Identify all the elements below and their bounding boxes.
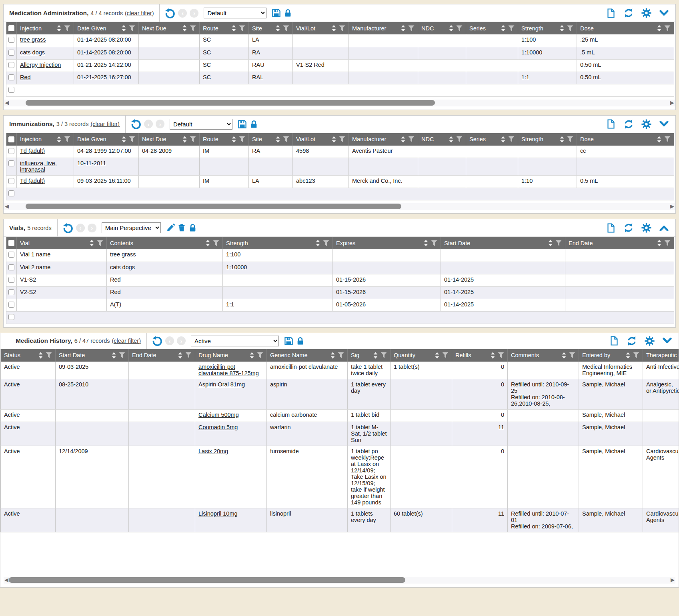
undo-icon[interactable] [152,336,162,346]
filter-icon[interactable] [508,25,515,32]
filter-icon[interactable] [633,352,639,358]
sort-icon[interactable] [56,136,62,143]
sort-icon[interactable] [657,136,662,143]
previous-button[interactable]: ‹ [76,224,85,232]
record-link[interactable]: Lasix 20mg [198,448,228,454]
column-header-dose[interactable]: Dose [577,133,674,146]
row-checkbox[interactable] [8,314,14,320]
select-all-checkbox[interactable] [8,25,14,31]
filter-icon[interactable] [431,240,437,246]
column-header-injection[interactable]: Injection [17,133,74,146]
scrollbar-thumb[interactable] [26,204,401,209]
sort-icon[interactable] [559,25,565,32]
filter-icon[interactable] [508,136,515,142]
filter-icon[interactable] [456,25,463,32]
sort-icon[interactable] [401,25,406,32]
column-header-manufacturer[interactable]: Manufacturer [349,22,418,34]
column-header-contents[interactable]: Contents [107,237,223,249]
select-all-checkbox[interactable] [8,240,14,246]
refresh-icon[interactable] [623,119,634,129]
filter-icon[interactable] [567,136,573,142]
sort-icon[interactable] [249,352,254,359]
filter-icon[interactable] [323,240,329,246]
row-checkbox[interactable] [8,252,14,258]
column-header-quantity[interactable]: Quantity [391,349,452,362]
sort-icon[interactable] [435,352,440,359]
column-header-dose[interactable]: Dose [577,22,674,34]
clear-filter-link[interactable]: (clear filter) [90,121,120,127]
horizontal-scrollbar[interactable]: ◀▶ [4,100,675,106]
filter-icon[interactable] [97,240,103,246]
record-link[interactable]: Aspirin Oral 81mg [198,381,245,388]
refresh-icon[interactable] [623,8,634,18]
column-header-sig[interactable]: Sig [348,349,391,362]
filter-icon[interactable] [185,352,192,358]
column-header-comments[interactable]: Comments [508,349,579,362]
filter-icon[interactable] [498,352,504,358]
row-checkbox[interactable] [8,74,14,80]
sort-icon[interactable] [423,240,429,246]
perspective-select[interactable]: Active [191,336,279,346]
row-checkbox[interactable] [8,87,14,93]
scroll-left-arrow-icon[interactable]: ◀ [5,204,10,209]
sort-icon[interactable] [56,25,62,32]
sort-icon[interactable] [657,240,662,246]
column-header-ndc[interactable]: NDC [418,22,466,34]
filter-icon[interactable] [190,136,196,142]
sort-icon[interactable] [315,240,320,246]
row-checkbox[interactable] [8,302,14,308]
chevron-down-icon[interactable] [659,120,669,128]
column-header-start-date[interactable]: Start Date [441,237,565,249]
gear-icon[interactable] [641,8,651,18]
lock-icon[interactable] [284,8,292,18]
perspective-select[interactable]: Main Perspective [102,222,161,233]
perspective-select[interactable]: Default [204,8,266,18]
scroll-left-arrow-icon[interactable]: ◀ [4,577,9,583]
sort-icon[interactable] [205,240,210,246]
next-button[interactable]: › [177,336,186,345]
column-header-injection[interactable]: Injection [17,22,74,34]
new-document-icon[interactable] [606,8,616,18]
record-link[interactable]: Red [20,74,31,80]
previous-button[interactable]: ‹ [144,120,153,128]
chevron-down-icon[interactable] [659,9,669,17]
column-header-end-date[interactable]: End Date [565,237,674,249]
filter-icon[interactable] [129,136,135,142]
sort-icon[interactable] [449,136,454,143]
row-checkbox[interactable] [8,62,14,68]
record-link[interactable]: tree grass [20,36,46,43]
new-document-icon[interactable] [609,336,619,346]
filter-icon[interactable] [239,136,245,142]
gear-icon[interactable] [645,336,655,346]
filter-icon[interactable] [408,136,415,142]
sort-icon[interactable] [178,352,183,359]
row-checkbox[interactable] [8,178,14,184]
row-checkbox[interactable] [8,50,14,56]
column-header-date-given[interactable]: Date Given [74,22,139,34]
sort-icon[interactable] [449,25,454,32]
filter-icon[interactable] [64,136,70,142]
column-header-strength[interactable]: Strength [518,22,577,34]
horizontal-scrollbar[interactable]: ◀▶ [4,577,675,584]
filter-icon[interactable] [129,25,135,32]
new-document-icon[interactable] [606,119,616,129]
chevron-up-icon[interactable] [659,224,669,232]
filter-icon[interactable] [46,352,52,358]
column-header-start-date[interactable]: Start Date [56,349,129,362]
column-header-manufacturer[interactable]: Manufacturer [349,133,418,146]
sort-icon[interactable] [89,240,94,246]
column-header-therapeutic-class[interactable]: Therapeutic Class [643,349,679,362]
column-header-generic-name[interactable]: Generic Name [267,349,348,362]
filter-icon[interactable] [664,136,671,142]
filter-icon[interactable] [283,136,289,142]
column-header-ndc[interactable]: NDC [418,133,466,146]
row-checkbox[interactable] [8,190,14,196]
sort-icon[interactable] [121,25,126,32]
filter-icon[interactable] [283,25,289,32]
filter-icon[interactable] [339,25,345,32]
sort-icon[interactable] [182,136,187,143]
sort-icon[interactable] [231,25,236,32]
filter-icon[interactable] [190,25,196,32]
sort-icon[interactable] [501,25,506,32]
sort-icon[interactable] [275,136,280,143]
